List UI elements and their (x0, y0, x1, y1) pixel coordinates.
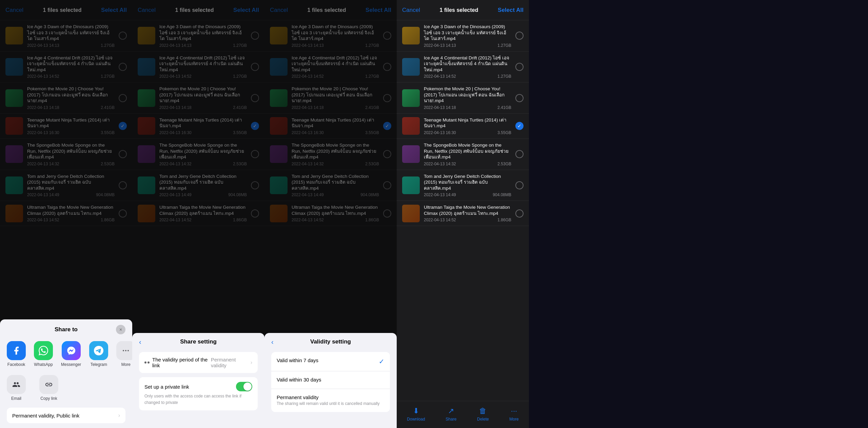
download-icon-4: ⬇ (413, 407, 419, 415)
share-more-button[interactable]: More (116, 341, 132, 367)
file-info: Teenage Mutant Ninja Turtles (2014) เต่า… (292, 117, 379, 135)
share-email-button[interactable]: Email (7, 375, 26, 401)
file-size: 1.86GB (497, 218, 511, 222)
file-checkbox[interactable] (383, 181, 391, 189)
file-checkbox[interactable] (515, 63, 524, 71)
file-info: Tom and Jerry Gene Deitch Collection (20… (159, 173, 247, 198)
messenger-label: Messenger (61, 362, 81, 367)
file-meta: 2022-04-13 16:30 3.55GB (292, 130, 379, 135)
delete-button-4[interactable]: 🗑 Delete (477, 407, 489, 422)
list-item[interactable]: Pokemon the Movie 20 | Choose You! (2017… (132, 82, 264, 114)
list-item[interactable]: The SpongeBob Movie Sponge on the Run, N… (0, 139, 132, 170)
file-checkbox-checked[interactable]: ✓ (515, 122, 524, 130)
file-info: The SpongeBob Movie Sponge on the Run, N… (159, 142, 247, 166)
share-messenger-button[interactable]: Messenger (61, 341, 81, 367)
list-item[interactable]: Pokemon the Movie 20 | Choose You! (2017… (397, 82, 529, 114)
list-item[interactable]: Ultraman Taiga the Movie New Generation … (0, 201, 132, 226)
file-checkbox[interactable] (251, 63, 259, 71)
list-item[interactable]: Teenage Mutant Ninja Turtles (2014) เต่า… (397, 114, 529, 139)
file-checkbox-checked[interactable]: ✓ (383, 122, 391, 130)
list-item[interactable]: Tom and Jerry Gene Deitch Collection (20… (264, 170, 397, 201)
validity-period-row[interactable]: The validity period of the link Permanen… (139, 352, 258, 373)
cancel-button-2[interactable]: Cancel (138, 7, 156, 14)
file-checkbox[interactable] (119, 32, 127, 40)
file-checkbox[interactable] (383, 32, 391, 40)
select-all-button-2[interactable]: Select All (233, 7, 259, 14)
share-setting-back-button[interactable]: ‹ (139, 338, 141, 346)
validity-value: Permanent validity (211, 357, 249, 368)
background-fill (529, 0, 868, 428)
file-checkbox[interactable] (251, 94, 259, 102)
file-checkbox[interactable] (383, 94, 391, 102)
list-item[interactable]: Ice Age 4 Continental Drift (2012) ไอซ์ … (397, 52, 529, 83)
list-item[interactable]: Ice Age 3 Dawn of the Dinosaurs (2009) ไ… (132, 20, 264, 52)
share-facebook-button[interactable]: Facebook (7, 341, 26, 367)
list-item[interactable]: Tom and Jerry Gene Deitch Collection (20… (0, 170, 132, 201)
cancel-button-1[interactable]: Cancel (5, 7, 23, 14)
file-checkbox[interactable] (119, 63, 127, 71)
list-item[interactable]: Pokemon the Movie 20 | Choose You! (2017… (264, 82, 397, 114)
file-checkbox[interactable] (515, 94, 524, 102)
file-checkbox[interactable] (515, 181, 524, 189)
list-item[interactable]: Ice Age 4 Continental Drift (2012) ไอซ์ … (132, 52, 264, 83)
list-item[interactable]: The SpongeBob Movie Sponge on the Run, N… (264, 139, 397, 170)
file-checkbox[interactable] (383, 63, 391, 71)
file-checkbox[interactable] (383, 209, 391, 218)
download-button-4[interactable]: ⬇ Download (407, 407, 425, 422)
list-item[interactable]: Ice Age 3 Dawn of the Dinosaurs (2009) ไ… (264, 20, 397, 52)
list-item[interactable]: Teenage Mutant Ninja Turtles (2014) เต่า… (0, 114, 132, 139)
list-item[interactable]: Ice Age 4 Continental Drift (2012) ไอซ์ … (0, 52, 132, 83)
share-modal-header: Share to × (7, 326, 125, 333)
file-info: Ice Age 4 Continental Drift (2012) ไอซ์ … (292, 55, 379, 79)
list-item[interactable]: Tom and Jerry Gene Deitch Collection (20… (397, 170, 529, 201)
file-checkbox[interactable] (251, 181, 259, 189)
list-item[interactable]: Teenage Mutant Ninja Turtles (2014) เต่า… (264, 114, 397, 139)
file-checkbox[interactable] (383, 150, 391, 158)
select-all-button-1[interactable]: Select All (101, 7, 127, 14)
file-checkbox[interactable] (119, 209, 127, 218)
validity-option-30days[interactable]: Valid within 30 days (271, 371, 390, 389)
share-modal-close-button[interactable]: × (116, 325, 125, 334)
select-all-button-4[interactable]: Select All (498, 7, 524, 14)
validity-setting-back-button[interactable]: ‹ (271, 338, 274, 346)
list-item[interactable]: Ice Age 4 Continental Drift (2012) ไอซ์ … (264, 52, 397, 83)
cancel-button-4[interactable]: Cancel (402, 7, 420, 14)
list-item[interactable]: Teenage Mutant Ninja Turtles (2014) เต่า… (132, 114, 264, 139)
validity-chevron-icon: › (118, 412, 120, 418)
list-item[interactable]: Pokemon the Movie 20 | Choose You! (2017… (0, 82, 132, 114)
file-checkbox[interactable] (119, 181, 127, 189)
more-button-4[interactable]: ··· More (509, 407, 518, 422)
file-thumbnail (138, 58, 155, 76)
list-item[interactable]: Ice Age 3 Dawn of the Dinosaurs (2009) ไ… (397, 20, 529, 52)
share-validity-row[interactable]: Permanent validity, Public link › (7, 408, 125, 423)
file-checkbox[interactable] (251, 32, 259, 40)
file-size: 904.08MB (493, 192, 511, 197)
copy-link-button[interactable]: Copy link (39, 375, 58, 401)
private-link-toggle[interactable] (236, 382, 252, 391)
list-item[interactable]: Ultraman Taiga the Movie New Generation … (264, 201, 397, 226)
list-item[interactable]: Tom and Jerry Gene Deitch Collection (20… (132, 170, 264, 201)
share-button-4[interactable]: ↗ Share (446, 407, 456, 422)
file-checkbox[interactable] (515, 209, 524, 218)
file-checkbox[interactable] (119, 94, 127, 102)
cancel-button-3[interactable]: Cancel (270, 7, 288, 14)
file-meta: 2022-04-13 14:52 1.86GB (159, 218, 247, 222)
list-item[interactable]: The SpongeBob Movie Sponge on the Run, N… (397, 139, 529, 170)
list-item[interactable]: Ice Age 3 Dawn of the Dinosaurs (2009) ไ… (0, 20, 132, 52)
file-checkbox[interactable] (515, 32, 524, 40)
file-checkbox[interactable] (251, 150, 259, 158)
file-checkbox[interactable] (251, 209, 259, 218)
file-checkbox[interactable] (515, 150, 524, 158)
file-checkbox-checked[interactable]: ✓ (119, 122, 127, 130)
file-checkbox[interactable] (119, 150, 127, 158)
validity-option-7days[interactable]: Valid within 7 days ✓ (271, 352, 390, 371)
validity-option-permanent[interactable]: Permanent validity The sharing will rema… (271, 389, 390, 412)
select-all-button-3[interactable]: Select All (366, 7, 391, 14)
list-item[interactable]: The SpongeBob Movie Sponge on the Run, N… (132, 139, 264, 170)
file-size: 904.08MB (96, 192, 115, 197)
share-whatsapp-button[interactable]: WhatsApp (34, 341, 53, 367)
list-item[interactable]: Ultraman Taiga the Movie New Generation … (397, 201, 529, 226)
list-item[interactable]: Ultraman Taiga the Movie New Generation … (132, 201, 264, 226)
file-checkbox-checked[interactable]: ✓ (251, 122, 259, 130)
share-telegram-button[interactable]: Telegram (89, 341, 108, 367)
